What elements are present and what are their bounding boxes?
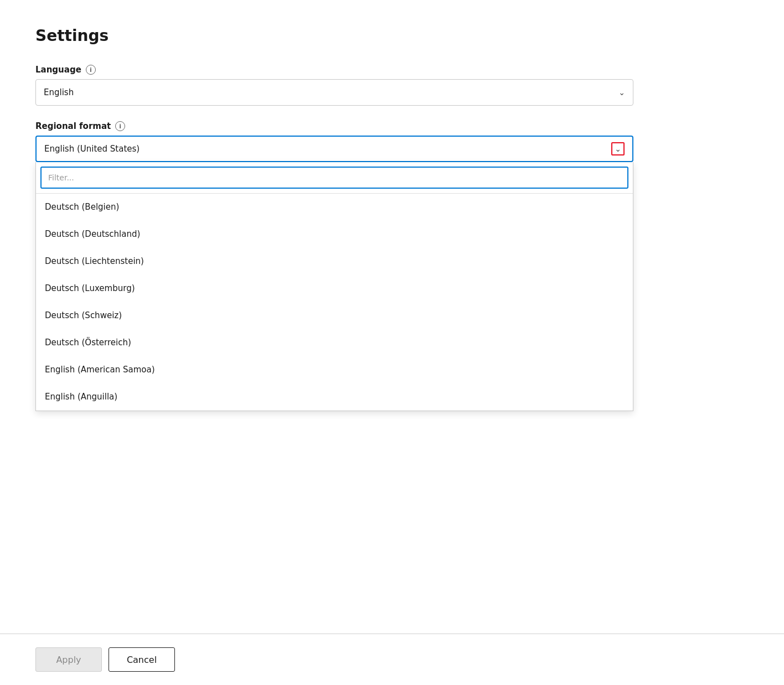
regional-format-chevron-icon[interactable]: ⌄ bbox=[611, 142, 625, 155]
language-field-group: Language i English ⌄ bbox=[35, 65, 629, 106]
page-container: Settings Language i English ⌄ Regional f… bbox=[0, 0, 664, 204]
language-select-trigger[interactable]: English ⌄ bbox=[35, 79, 633, 106]
filter-input[interactable] bbox=[40, 167, 628, 189]
list-item[interactable]: Deutsch (Deutschland) bbox=[36, 221, 633, 248]
cancel-button[interactable]: Cancel bbox=[109, 647, 175, 672]
regional-format-field-group: Regional format i English (United States… bbox=[35, 121, 629, 162]
list-item[interactable]: Deutsch (Liechtenstein) bbox=[36, 248, 633, 275]
language-info-icon[interactable]: i bbox=[86, 65, 96, 75]
regional-format-label-text: Regional format bbox=[35, 121, 111, 131]
language-label-text: Language bbox=[35, 65, 81, 75]
list-item[interactable]: Deutsch (Österreich) bbox=[36, 329, 633, 356]
language-chevron-icon: ⌄ bbox=[618, 88, 625, 97]
language-select: English ⌄ bbox=[35, 79, 633, 106]
filter-wrapper bbox=[36, 162, 633, 194]
list-item[interactable]: Deutsch (Belgien) bbox=[36, 194, 633, 221]
regional-format-dropdown: Deutsch (Belgien)Deutsch (Deutschland)De… bbox=[35, 162, 633, 411]
list-item[interactable]: Deutsch (Luxemburg) bbox=[36, 275, 633, 302]
regional-format-info-icon[interactable]: i bbox=[115, 121, 125, 131]
list-item[interactable]: English (Anguilla) bbox=[36, 383, 633, 411]
language-label: Language i bbox=[35, 65, 629, 75]
apply-button[interactable]: Apply bbox=[35, 647, 102, 672]
regional-format-selected-value: English (United States) bbox=[44, 144, 140, 154]
regional-format-label: Regional format i bbox=[35, 121, 629, 131]
dropdown-list: Deutsch (Belgien)Deutsch (Deutschland)De… bbox=[36, 194, 633, 411]
page-title: Settings bbox=[35, 27, 629, 45]
regional-format-select: English (United States) ⌄ Deutsch (Belgi… bbox=[35, 136, 633, 162]
list-item[interactable]: Deutsch (Schweiz) bbox=[36, 302, 633, 329]
language-selected-value: English bbox=[44, 87, 74, 97]
list-item[interactable]: English (American Samoa) bbox=[36, 356, 633, 383]
footer-bar: Apply Cancel bbox=[0, 634, 784, 685]
regional-format-select-trigger[interactable]: English (United States) ⌄ bbox=[35, 136, 633, 162]
